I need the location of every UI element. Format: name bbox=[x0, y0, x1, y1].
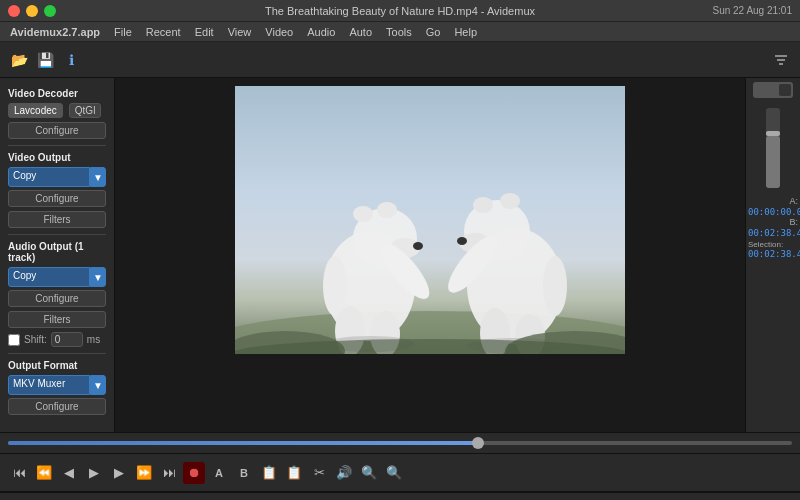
shift-checkbox[interactable] bbox=[8, 334, 20, 346]
output-format-label: Output Format bbox=[8, 360, 106, 371]
paste-seg[interactable]: 📋 bbox=[283, 462, 305, 484]
svg-point-23 bbox=[543, 256, 567, 316]
menu-auto[interactable]: Auto bbox=[343, 24, 378, 40]
menu-go[interactable]: Go bbox=[420, 24, 447, 40]
configure-button-4[interactable]: Configure bbox=[8, 398, 106, 415]
copy-seg[interactable]: 📋 bbox=[258, 462, 280, 484]
divider-1 bbox=[8, 145, 106, 146]
right-panel: A: 00:00:00.000 B: 00:02:38.400 Selectio… bbox=[745, 78, 800, 432]
menu-bar: Avidemux2.7.app File Recent Edit View Vi… bbox=[0, 22, 800, 42]
configure-button-1[interactable]: Configure bbox=[8, 122, 106, 139]
info-icon[interactable]: ℹ bbox=[60, 49, 82, 71]
video-output-select[interactable]: Copy bbox=[8, 167, 90, 187]
video-decoder-label: Video Decoder bbox=[8, 88, 106, 99]
a-label: A: bbox=[748, 196, 798, 206]
go-start-button[interactable]: ⏮ bbox=[8, 462, 30, 484]
prev-frame-button[interactable]: ⏪ bbox=[33, 462, 55, 484]
output-format-row: MKV Muxer ▼ bbox=[8, 375, 106, 395]
audio-output-row: Copy ▼ bbox=[8, 267, 106, 287]
go-end-button[interactable]: ⏭ bbox=[158, 462, 180, 484]
audio-output-select[interactable]: Copy bbox=[8, 267, 90, 287]
volume-slider[interactable] bbox=[766, 108, 780, 188]
play-button[interactable]: ▶ bbox=[83, 462, 105, 484]
b-label: B: bbox=[748, 217, 798, 227]
a-time-row: A: bbox=[748, 196, 798, 206]
selection-label: Selection: bbox=[748, 240, 798, 249]
divider-2 bbox=[8, 234, 106, 235]
close-button[interactable] bbox=[8, 5, 20, 17]
rewind-button[interactable]: ◀ bbox=[58, 462, 80, 484]
output-format-arrow[interactable]: ▼ bbox=[90, 375, 106, 395]
seek-handle[interactable] bbox=[472, 437, 484, 449]
audio-seg[interactable]: 🔊 bbox=[333, 462, 355, 484]
ab-times: A: 00:00:00.000 B: 00:02:38.400 Selectio… bbox=[748, 196, 798, 259]
title-bar: The Breathtaking Beauty of Nature HD.mp4… bbox=[0, 0, 800, 22]
ms-label: ms bbox=[87, 334, 100, 345]
menu-view[interactable]: View bbox=[222, 24, 258, 40]
b-time-row: B: bbox=[748, 217, 798, 227]
qtgi-button[interactable]: QtGl bbox=[69, 103, 102, 118]
open-icon[interactable]: 📂 bbox=[8, 49, 30, 71]
svg-point-10 bbox=[377, 202, 397, 218]
left-panel: Video Decoder Lavcodec QtGl Configure Vi… bbox=[0, 78, 115, 432]
menu-recent[interactable]: Recent bbox=[140, 24, 187, 40]
svg-point-20 bbox=[473, 197, 493, 213]
output-format-select[interactable]: MKV Muxer bbox=[8, 375, 90, 395]
svg-point-19 bbox=[457, 237, 467, 245]
video-output-label: Video Output bbox=[8, 152, 106, 163]
window-title: The Breathtaking Beauty of Nature HD.mp4… bbox=[265, 5, 535, 17]
toolbar: 📂 💾 ℹ bbox=[0, 42, 800, 78]
shift-label: Shift: bbox=[24, 334, 47, 345]
seek-progress bbox=[8, 441, 478, 445]
filter-icon[interactable] bbox=[770, 49, 792, 71]
menu-audio[interactable]: Audio bbox=[301, 24, 341, 40]
svg-point-9 bbox=[353, 206, 373, 222]
record-button[interactable]: ⏺ bbox=[183, 462, 205, 484]
menu-edit[interactable]: Edit bbox=[189, 24, 220, 40]
status-bar: Time: 00:01:38.920 /00:02:38.400 Frame t… bbox=[0, 492, 800, 500]
next-frame-button[interactable]: ⏩ bbox=[133, 462, 155, 484]
zoom-in[interactable]: 🔍 bbox=[358, 462, 380, 484]
menu-file[interactable]: File bbox=[108, 24, 138, 40]
filters-button-1[interactable]: Filters bbox=[8, 211, 106, 228]
audio-output-label: Audio Output (1 track) bbox=[8, 241, 106, 263]
audio-output-arrow[interactable]: ▼ bbox=[90, 267, 106, 287]
zoom-out[interactable]: 🔍 bbox=[383, 462, 405, 484]
seek-bar-container bbox=[0, 432, 800, 454]
set-mark-b[interactable]: B bbox=[233, 462, 255, 484]
set-mark-a[interactable]: A bbox=[208, 462, 230, 484]
main-layout: Video Decoder Lavcodec QtGl Configure Vi… bbox=[0, 78, 800, 432]
video-scene bbox=[235, 86, 625, 354]
svg-point-8 bbox=[413, 242, 423, 250]
filters-button-2[interactable]: Filters bbox=[8, 311, 106, 328]
configure-button-2[interactable]: Configure bbox=[8, 190, 106, 207]
codec-row: Lavcodec QtGl bbox=[8, 103, 106, 118]
svg-point-21 bbox=[500, 193, 520, 209]
shift-input[interactable] bbox=[51, 332, 83, 347]
transport-bar: ⏮ ⏪ ◀ ▶ ▶ ⏩ ⏭ ⏺ A B 📋 📋 ✂ 🔊 🔍 🔍 bbox=[0, 454, 800, 492]
lavcodec-button[interactable]: Lavcodec bbox=[8, 103, 63, 118]
right-panel-control[interactable] bbox=[753, 82, 793, 98]
configure-button-3[interactable]: Configure bbox=[8, 290, 106, 307]
a-time-value: 00:00:00.000 bbox=[748, 207, 798, 217]
seek-bar[interactable] bbox=[8, 441, 792, 445]
video-area bbox=[115, 78, 745, 432]
minimize-button[interactable] bbox=[26, 5, 38, 17]
b-time-value: 00:02:38.400 bbox=[748, 228, 798, 238]
shift-row: Shift: ms bbox=[8, 332, 106, 347]
forward-button[interactable]: ▶ bbox=[108, 462, 130, 484]
volume-handle[interactable] bbox=[766, 131, 780, 136]
video-svg bbox=[235, 86, 625, 354]
selection-value: 00:02:38.400 bbox=[748, 249, 798, 259]
save-icon[interactable]: 💾 bbox=[34, 49, 56, 71]
menu-video[interactable]: Video bbox=[259, 24, 299, 40]
video-output-arrow[interactable]: ▼ bbox=[90, 167, 106, 187]
menu-help[interactable]: Help bbox=[448, 24, 483, 40]
svg-point-12 bbox=[323, 256, 347, 316]
cut-seg[interactable]: ✂ bbox=[308, 462, 330, 484]
app-name-menu[interactable]: Avidemux2.7.app bbox=[4, 24, 106, 40]
divider-3 bbox=[8, 353, 106, 354]
system-clock: Sun 22 Aug 21:01 bbox=[712, 5, 792, 16]
maximize-button[interactable] bbox=[44, 5, 56, 17]
menu-tools[interactable]: Tools bbox=[380, 24, 418, 40]
